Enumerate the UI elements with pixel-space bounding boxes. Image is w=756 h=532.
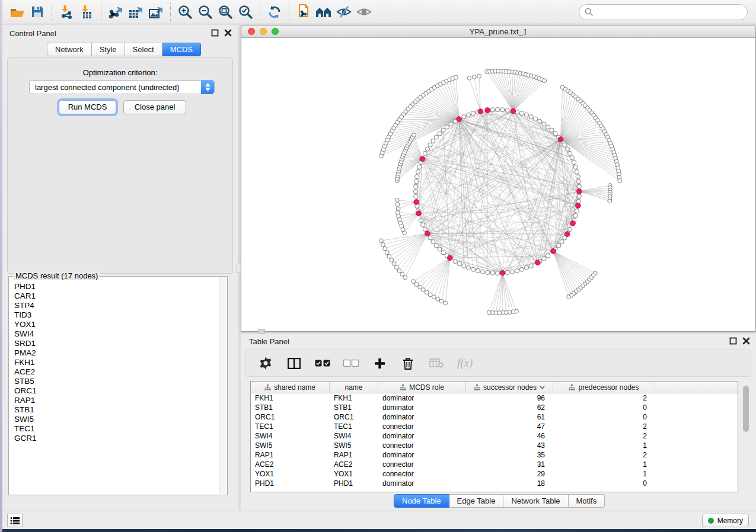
cell-name[interactable]: STB1 bbox=[330, 403, 378, 412]
table-row-RAP1[interactable]: RAP1RAP1dominator352 bbox=[251, 450, 738, 460]
table-scrollbar[interactable] bbox=[742, 383, 749, 491]
cell-shared_name[interactable]: YOX1 bbox=[251, 469, 330, 479]
network-canvas[interactable] bbox=[241, 38, 755, 331]
close-table-panel-icon[interactable] bbox=[742, 337, 750, 345]
search-field[interactable] bbox=[579, 4, 748, 20]
cell-shared_name[interactable]: PHD1 bbox=[251, 479, 330, 488]
network-leaf-node[interactable] bbox=[395, 198, 399, 202]
cell-name[interactable]: SWI4 bbox=[330, 431, 378, 441]
delete-column-trash-icon[interactable] bbox=[400, 355, 416, 371]
network-node[interactable] bbox=[563, 143, 567, 147]
network-leaf-node[interactable] bbox=[436, 297, 440, 302]
network-node[interactable] bbox=[524, 265, 528, 270]
network-node[interactable] bbox=[524, 113, 528, 117]
function-builder-icon-disabled[interactable]: f(x) bbox=[457, 355, 473, 371]
table-row-SWI5[interactable]: SWI5SWI5connector431 bbox=[251, 441, 738, 450]
mcds-hub-node[interactable] bbox=[416, 211, 422, 216]
network-leaf-node[interactable] bbox=[396, 207, 400, 211]
float-table-panel-icon[interactable] bbox=[729, 337, 737, 345]
network-node[interactable] bbox=[453, 259, 457, 263]
select-all-rows-icon[interactable] bbox=[315, 355, 330, 371]
network-node[interactable] bbox=[495, 107, 499, 111]
hide-selected-icon[interactable] bbox=[334, 2, 354, 21]
zoom-selected-icon[interactable] bbox=[235, 2, 256, 21]
cell-shared_name[interactable]: STB1 bbox=[251, 403, 330, 412]
cell-successors[interactable]: 43 bbox=[466, 441, 553, 450]
network-node[interactable] bbox=[550, 128, 554, 132]
mcds-hub-node[interactable] bbox=[511, 108, 516, 114]
network-node[interactable] bbox=[576, 175, 580, 179]
network-leaf-node[interactable] bbox=[467, 76, 471, 80]
show-all-icon[interactable] bbox=[354, 2, 374, 21]
network-node[interactable] bbox=[575, 169, 579, 174]
zoom-fit-content-icon[interactable] bbox=[215, 2, 235, 21]
network-node[interactable] bbox=[462, 115, 466, 119]
cell-successors[interactable]: 61 bbox=[466, 412, 553, 422]
network-node[interactable] bbox=[457, 262, 461, 266]
network-node[interactable] bbox=[510, 270, 514, 274]
table-row-ACE2[interactable]: ACE2ACE2connector311 bbox=[251, 460, 738, 469]
network-node[interactable] bbox=[431, 139, 435, 143]
network-leaf-node[interactable] bbox=[414, 283, 419, 287]
export-image-icon[interactable] bbox=[146, 2, 166, 21]
network-window-titlebar[interactable]: YPA_prune.txt_1 bbox=[241, 25, 755, 38]
network-node[interactable] bbox=[425, 147, 429, 151]
network-leaf-node[interactable] bbox=[439, 299, 444, 303]
network-leaf-node[interactable] bbox=[397, 269, 401, 273]
network-node[interactable] bbox=[495, 271, 499, 275]
mcds-hub-node[interactable] bbox=[414, 200, 419, 205]
export-table-icon[interactable] bbox=[126, 2, 146, 21]
network-node[interactable] bbox=[570, 156, 574, 160]
mcds-result-item[interactable]: STB5 bbox=[9, 377, 218, 386]
cell-predecessors[interactable]: 2 bbox=[553, 393, 655, 403]
network-node[interactable] bbox=[413, 189, 417, 193]
cell-predecessors[interactable]: 0 bbox=[553, 412, 655, 422]
network-leaf-node[interactable] bbox=[444, 301, 448, 305]
cell-role[interactable]: connector bbox=[378, 460, 466, 469]
table-row-PHD1[interactable]: PHD1PHD1dominator180 bbox=[251, 479, 738, 488]
mcds-result-item[interactable]: PMA2 bbox=[9, 348, 218, 358]
export-network-icon[interactable] bbox=[106, 2, 126, 21]
cell-name[interactable]: RAP1 bbox=[330, 450, 378, 460]
table-row-SWI4[interactable]: SWI4SWI4dominator462 bbox=[251, 431, 738, 441]
cell-shared_name[interactable]: TEC1 bbox=[251, 422, 330, 431]
deselect-all-rows-icon[interactable] bbox=[343, 355, 359, 371]
network-node[interactable] bbox=[572, 160, 576, 164]
network-node[interactable] bbox=[519, 111, 524, 116]
network-node[interactable] bbox=[515, 268, 519, 273]
zoom-out-icon[interactable] bbox=[195, 2, 215, 21]
cell-successors[interactable]: 31 bbox=[466, 460, 553, 469]
cell-predecessors[interactable]: 1 bbox=[553, 469, 655, 479]
cell-predecessors[interactable]: 1 bbox=[553, 441, 655, 450]
network-leaf-node[interactable] bbox=[403, 275, 407, 280]
table-row-ORC1[interactable]: ORC1ORC1dominator610 bbox=[251, 412, 738, 422]
network-leaf-node[interactable] bbox=[543, 79, 547, 83]
cell-role[interactable]: dominator bbox=[378, 403, 466, 412]
cell-successors[interactable]: 46 bbox=[466, 431, 553, 441]
new-network-from-selection-icon[interactable] bbox=[294, 2, 314, 21]
table-row-YOX1[interactable]: YOX1YOX1connector291 bbox=[251, 469, 738, 479]
column-header-name[interactable]: name bbox=[330, 382, 378, 393]
network-node[interactable] bbox=[576, 199, 580, 203]
network-node[interactable] bbox=[428, 143, 432, 147]
mcds-result-item[interactable]: SWI5 bbox=[9, 415, 218, 424]
network-node[interactable] bbox=[415, 175, 419, 179]
cell-shared_name[interactable]: RAP1 bbox=[251, 450, 330, 460]
cell-role[interactable]: dominator bbox=[378, 393, 466, 403]
cell-role[interactable]: connector bbox=[378, 441, 466, 450]
network-node[interactable] bbox=[573, 165, 578, 169]
network-node[interactable] bbox=[441, 128, 445, 132]
mcds-result-item[interactable]: TID3 bbox=[9, 310, 218, 320]
mcds-result-scrollbar[interactable] bbox=[219, 277, 227, 494]
network-node[interactable] bbox=[419, 218, 423, 222]
cell-name[interactable]: SWI5 bbox=[330, 441, 378, 450]
cell-successors[interactable]: 47 bbox=[466, 422, 553, 431]
network-leaf-node[interactable] bbox=[387, 254, 391, 258]
mcds-result-item[interactable]: CAR1 bbox=[9, 291, 218, 301]
mcds-result-item[interactable]: STP4 bbox=[9, 301, 218, 310]
network-node[interactable] bbox=[573, 213, 578, 217]
tab-motifs[interactable]: Motifs bbox=[569, 494, 605, 508]
cell-shared_name[interactable]: ACE2 bbox=[251, 460, 330, 469]
network-node[interactable] bbox=[546, 254, 550, 258]
network-node[interactable] bbox=[445, 125, 449, 129]
